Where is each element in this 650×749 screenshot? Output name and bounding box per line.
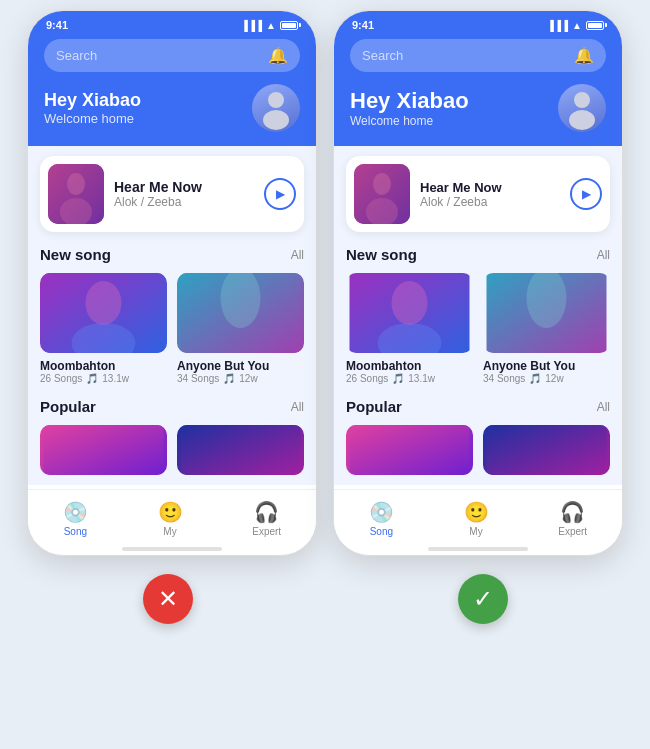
greeting-text-a: Hey Xiabao Welcome home [44, 90, 141, 126]
song-nav-icon: 💿 [63, 500, 88, 524]
song-artist-b: Alok / Zeeba [420, 195, 560, 209]
popular-card-1-b[interactable] [346, 425, 473, 475]
phone-header-a: 🔔 Hey Xiabao Welcome home [28, 35, 316, 146]
status-icons-b: ▐▐▐ ▲ [547, 20, 604, 31]
home-indicator-a [122, 547, 222, 551]
nav-song-a[interactable]: 💿 Song [63, 500, 88, 537]
svg-rect-11 [181, 425, 301, 475]
search-input-b[interactable] [362, 48, 574, 63]
song-title-a: Hear Me Now [114, 179, 254, 195]
popular-cards-b [346, 425, 610, 475]
song-nav-icon-b: 💿 [369, 500, 394, 524]
phone-body-a: Hear Me Now Alok / Zeeba ▶ New song All [28, 146, 316, 485]
signal-icon: ▐▐▐ [241, 20, 262, 31]
now-playing-thumb-b [354, 164, 410, 224]
song-card-moombahton-a[interactable]: Moombahton 26 Songs 🎵 13.1w [40, 273, 167, 384]
my-nav-icon-b: 🙂 [464, 500, 489, 524]
svg-point-3 [67, 173, 85, 195]
nav-expert-label-b: Expert [558, 526, 587, 537]
svg-point-12 [574, 92, 590, 108]
moombahton-title-a: Moombahton [40, 359, 167, 373]
search-bar-b[interactable]: 🔔 [350, 39, 606, 72]
svg-point-1 [263, 110, 289, 130]
nav-expert-b[interactable]: 🎧 Expert [558, 500, 587, 537]
play-button-b[interactable]: ▶ [570, 178, 602, 210]
svg-rect-23 [487, 425, 607, 475]
popular-card-1-a[interactable] [40, 425, 167, 475]
song-title-b: Hear Me Now [420, 180, 560, 195]
nav-song-b[interactable]: 💿 Song [369, 500, 394, 537]
popular-all-a[interactable]: All [291, 400, 304, 414]
song-card-anyone-b[interactable]: Anyone But You 34 Songs 🎵 12w [483, 273, 610, 384]
signal-icon-b: ▐▐▐ [547, 20, 568, 31]
thumb-anyone-b [483, 273, 610, 353]
nav-my-b[interactable]: 🙂 My [464, 500, 489, 537]
greeting-b: Hey Xiabao Welcome home [350, 84, 606, 146]
wifi-icon: ▲ [266, 20, 276, 31]
new-song-title-a: New song [40, 246, 111, 263]
svg-point-13 [569, 110, 595, 130]
nav-my-label-b: My [469, 526, 482, 537]
anyone-title-a: Anyone But You [177, 359, 304, 373]
correct-symbol: ✓ [473, 585, 493, 613]
popular-all-b[interactable]: All [597, 400, 610, 414]
verdict-row: ✕ ✓ [10, 556, 640, 634]
anyone-meta-a: 34 Songs 🎵 12w [177, 373, 304, 384]
phone-body-b: Hear Me Now Alok / Zeeba ▶ New song All [334, 146, 622, 485]
phone-variant-b: 9:41 ▐▐▐ ▲ 🔔 Hey Xiabao Welcome home [333, 10, 623, 556]
phone-variant-a: 9:41 ▐▐▐ ▲ 🔔 Hey Xiabao Welcome home [27, 10, 317, 556]
popular-card-2-a[interactable] [177, 425, 304, 475]
nav-song-label-a: Song [64, 526, 87, 537]
popular-card-2-b[interactable] [483, 425, 610, 475]
search-input-a[interactable] [56, 48, 268, 63]
verdict-wrong-badge: ✕ [143, 574, 193, 624]
battery-icon [280, 21, 298, 30]
bottom-nav-a: 💿 Song 🙂 My 🎧 Expert [28, 489, 316, 543]
play-button-a[interactable]: ▶ [264, 178, 296, 210]
popular-title-a: Popular [40, 398, 96, 415]
popular-header-b: Popular All [346, 398, 610, 415]
moombahton-title-b: Moombahton [346, 359, 473, 373]
time-b: 9:41 [352, 19, 374, 31]
now-playing-card-b: Hear Me Now Alok / Zeeba ▶ [346, 156, 610, 232]
popular-header-a: Popular All [40, 398, 304, 415]
anyone-title-b: Anyone But You [483, 359, 610, 373]
svg-rect-22 [350, 425, 470, 475]
anyone-meta-b: 34 Songs 🎵 12w [483, 373, 610, 384]
song-card-anyone-a[interactable]: Anyone But You 34 Songs 🎵 12w [177, 273, 304, 384]
status-bar-a: 9:41 ▐▐▐ ▲ [28, 11, 316, 35]
nav-my-a[interactable]: 🙂 My [158, 500, 183, 537]
song-card-moombahton-b[interactable]: Moombahton 26 Songs 🎵 13.1w [346, 273, 473, 384]
nav-expert-a[interactable]: 🎧 Expert [252, 500, 281, 537]
song-cards-b: Moombahton 26 Songs 🎵 13.1w [346, 273, 610, 384]
new-song-all-a[interactable]: All [291, 248, 304, 262]
new-song-all-b[interactable]: All [597, 248, 610, 262]
expert-nav-icon-b: 🎧 [560, 500, 585, 524]
nav-expert-label-a: Expert [252, 526, 281, 537]
status-icons-a: ▐▐▐ ▲ [241, 20, 298, 31]
now-playing-card-a: Hear Me Now Alok / Zeeba ▶ [40, 156, 304, 232]
greeting-text-b: Hey Xiabao Welcome home [350, 88, 469, 128]
thumb-moombahton-b [346, 273, 473, 353]
song-cards-a: Moombahton 26 Songs 🎵 13.1w [40, 273, 304, 384]
bell-icon-a[interactable]: 🔔 [268, 46, 288, 65]
svg-point-6 [86, 281, 122, 325]
avatar-b [558, 84, 606, 132]
thumb-anyone-a [177, 273, 304, 353]
greeting-heading-b: Hey Xiabao [350, 88, 469, 114]
now-playing-info-a: Hear Me Now Alok / Zeeba [114, 179, 254, 209]
time-a: 9:41 [46, 19, 68, 31]
svg-rect-10 [44, 425, 164, 475]
popular-title-b: Popular [346, 398, 402, 415]
greeting-sub-b: Welcome home [350, 114, 469, 128]
phones-comparison: 9:41 ▐▐▐ ▲ 🔔 Hey Xiabao Welcome home [10, 10, 640, 556]
home-indicator-b [428, 547, 528, 551]
song-artist-a: Alok / Zeeba [114, 195, 254, 209]
verdict-correct-badge: ✓ [458, 574, 508, 624]
new-song-header-a: New song All [40, 246, 304, 263]
greeting-a: Hey Xiabao Welcome home [44, 84, 300, 146]
battery-icon-b [586, 21, 604, 30]
wifi-icon-b: ▲ [572, 20, 582, 31]
search-bar-a[interactable]: 🔔 [44, 39, 300, 72]
bell-icon-b[interactable]: 🔔 [574, 46, 594, 65]
